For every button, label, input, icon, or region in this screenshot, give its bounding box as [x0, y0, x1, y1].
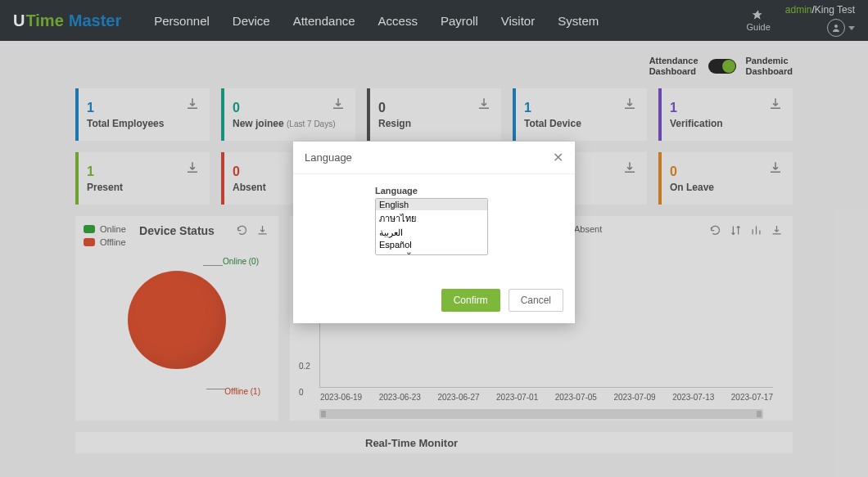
modal-title: Language — [305, 151, 352, 164]
language-option[interactable]: العربية — [376, 227, 487, 239]
close-icon[interactable]: ✕ — [553, 150, 563, 165]
language-option[interactable]: English — [376, 199, 487, 210]
language-modal: Language ✕ Language Englishภาษาไทยالعربي… — [293, 142, 575, 323]
cancel-button[interactable]: Cancel — [509, 289, 563, 312]
language-option[interactable]: ภาษาไทย — [376, 210, 487, 227]
language-option[interactable]: Español — [376, 239, 487, 250]
language-field-label: Language — [375, 186, 563, 196]
confirm-button[interactable]: Confirm — [441, 289, 500, 312]
language-option[interactable]: русский язык — [376, 250, 487, 255]
language-select[interactable]: EnglishภาษาไทยالعربيةEspañolрусский язык… — [375, 198, 488, 255]
